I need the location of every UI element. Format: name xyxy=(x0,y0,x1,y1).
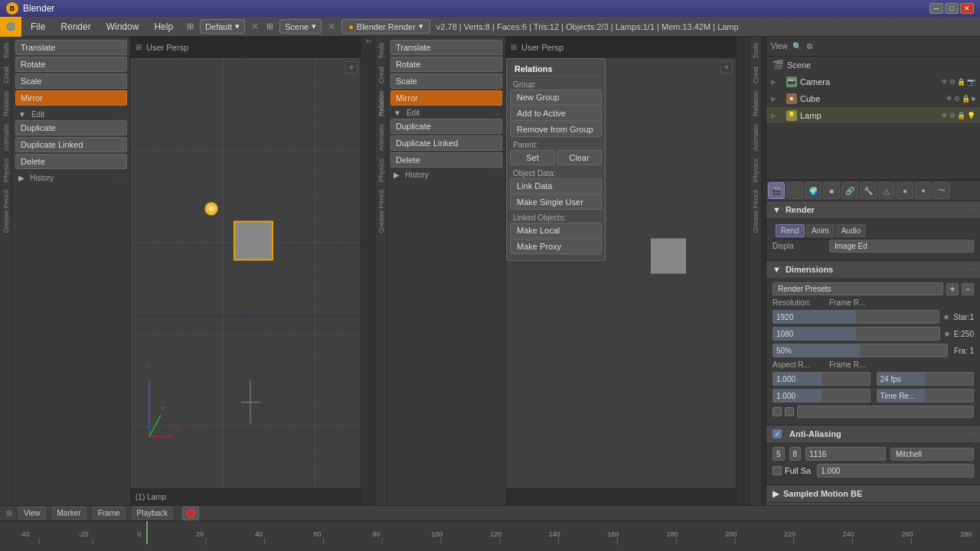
parent-clear-btn[interactable]: Clear xyxy=(557,150,602,165)
outliner-cube[interactable]: ▶ ■ Cube 👁 ⚙ 🔒 ■ xyxy=(766,90,980,107)
duplicate-linked-btn-2[interactable]: Duplicate Linked xyxy=(390,135,502,151)
make-local-btn[interactable]: Make Local xyxy=(510,223,602,238)
mirror-btn[interactable]: Mirror xyxy=(15,90,127,106)
border-field[interactable] xyxy=(797,406,974,418)
delete-btn-1[interactable]: Delete xyxy=(15,154,127,169)
vp1-expand-btn[interactable]: + xyxy=(345,61,358,73)
tl-marker-btn[interactable]: Marker xyxy=(52,507,87,520)
sampled-motion-header[interactable]: ▶ Sampled Motion BE xyxy=(766,485,980,502)
vtab-relations[interactable]: Relation xyxy=(1,88,11,119)
vtab-create[interactable]: Creat xyxy=(1,64,11,86)
parent-set-btn[interactable]: Set xyxy=(510,150,555,165)
mirror-btn-2[interactable]: Mirror xyxy=(390,90,502,106)
scale-field[interactable]: 50% xyxy=(773,344,948,357)
tab-object[interactable]: ■ xyxy=(823,182,840,199)
minimize-btn[interactable]: ─ xyxy=(929,3,943,14)
vp2-expand-left[interactable]: ⊞ xyxy=(511,43,517,51)
preset-add-btn[interactable]: + xyxy=(946,283,959,295)
scene-selector[interactable]: Scene ▾ xyxy=(279,19,322,34)
time-re-field[interactable]: Time Re... xyxy=(877,389,975,403)
vp1-expand-left[interactable]: ⊞ xyxy=(136,43,142,51)
vtab-create-3[interactable]: Creat xyxy=(750,64,761,86)
link-data-btn[interactable]: Link Data xyxy=(510,178,602,194)
aspect-y-field[interactable]: 1.000 xyxy=(773,389,871,403)
aspect-x-field[interactable]: 1.000 xyxy=(773,372,871,386)
maximize-btn[interactable]: □ xyxy=(945,3,959,14)
vtab-grease-2[interactable]: Grease Pencil xyxy=(376,187,387,236)
delete-btn-2[interactable]: Delete xyxy=(390,152,502,168)
display-value[interactable]: Image Ed xyxy=(829,240,974,253)
vtab-physics[interactable]: Physics xyxy=(1,155,11,185)
cb1[interactable] xyxy=(773,407,782,416)
full-sa-value[interactable]: 1.000 xyxy=(817,464,974,478)
make-single-user-btn[interactable]: Make Single User xyxy=(510,194,602,210)
outliner-gear-icon[interactable]: ⚙ xyxy=(806,42,813,51)
aa-checkbox[interactable]: ✓ xyxy=(773,429,782,439)
menu-window[interactable]: Window xyxy=(99,17,147,36)
aa-val2[interactable]: 8 xyxy=(789,447,802,461)
add-to-active-btn[interactable]: Add to Active xyxy=(510,106,602,121)
history-header-2[interactable]: ▶ History ··· xyxy=(390,169,502,181)
tab-render[interactable]: 🎬 xyxy=(768,182,785,199)
tl-playback-btn[interactable]: Playback xyxy=(132,507,174,520)
menu-file[interactable]: File xyxy=(23,17,53,36)
tab-data[interactable]: △ xyxy=(878,182,895,199)
tab-scene[interactable]: 🎥 xyxy=(786,182,803,199)
tab-materials[interactable]: ● xyxy=(897,182,913,199)
tab-physics-prop[interactable]: 〜 xyxy=(933,182,950,199)
make-proxy-btn[interactable]: Make Proxy xyxy=(510,239,602,254)
tl-view-btn[interactable]: View xyxy=(18,507,46,520)
aa-header[interactable]: ✓ Anti-Aliasing ··· xyxy=(766,425,980,442)
outliner-camera[interactable]: ▶ 📷 Camera 👁 ⚙ 🔒 📷 xyxy=(766,73,980,90)
fps-field[interactable]: 24 fps xyxy=(877,372,975,386)
resolution-x-field[interactable]: 1920 xyxy=(773,310,939,324)
vtab-physics-2[interactable]: Physics xyxy=(376,155,387,185)
render-tab-audio[interactable]: Audio xyxy=(836,224,867,237)
aa-val1[interactable]: 5 xyxy=(773,447,785,461)
resolution-y-field[interactable]: 1080 xyxy=(773,327,940,341)
remove-from-group-btn[interactable]: Remove from Group xyxy=(510,122,602,137)
vtab-tools[interactable]: Tools xyxy=(1,40,11,62)
vtab-create-2[interactable]: Creat xyxy=(376,64,387,86)
vtab-physics-3[interactable]: Physics xyxy=(750,155,761,185)
tab-particles[interactable]: ✦ xyxy=(915,182,932,199)
close-btn[interactable]: ✕ xyxy=(960,3,974,14)
duplicate-btn-1[interactable]: Duplicate xyxy=(15,120,127,135)
aa-filter[interactable]: Mitchell xyxy=(890,448,974,461)
vtab-relations-2[interactable]: Relation xyxy=(376,88,387,119)
translate-btn[interactable]: Translate xyxy=(15,40,127,55)
aa-val3[interactable]: 1116 xyxy=(805,447,886,461)
full-sa-cb[interactable] xyxy=(773,466,782,475)
vtab-tools-2[interactable]: Tools xyxy=(376,40,387,62)
vtab-relations-3[interactable]: Relation xyxy=(750,88,761,119)
edit-header-2[interactable]: ▼ Edit ··· xyxy=(390,107,502,119)
outliner-lamp[interactable]: ▶ 💡 Lamp 👁 ⚙ 🔒 💡 xyxy=(766,107,980,124)
tl-frame-btn[interactable]: Frame xyxy=(93,507,126,520)
render-engine-selector[interactable]: ● Blender Render ▾ xyxy=(341,19,430,34)
tab-modifiers[interactable]: 🔧 xyxy=(860,182,877,199)
duplicate-btn-2[interactable]: Duplicate xyxy=(390,119,502,134)
render-section-header[interactable]: ▼ Render ··· xyxy=(766,201,980,218)
rotate-btn[interactable]: Rotate xyxy=(15,57,127,72)
tab-world[interactable]: 🌍 xyxy=(805,182,822,199)
tab-constraints[interactable]: 🔗 xyxy=(841,182,858,199)
render-tab-rend[interactable]: Rend xyxy=(776,224,805,237)
vtab-tools-3[interactable]: Tools xyxy=(750,40,761,62)
workspace-selector[interactable]: Default ▾ xyxy=(200,19,245,34)
outliner-search-icon[interactable]: 🔍 xyxy=(792,42,802,51)
vtab-animation-2[interactable]: Animatio xyxy=(376,121,387,154)
duplicate-linked-btn-1[interactable]: Duplicate Linked xyxy=(15,137,127,152)
edit-header[interactable]: ▼ Edit ··· xyxy=(15,109,127,120)
translate-btn-2[interactable]: Translate xyxy=(390,40,502,55)
record-btn[interactable] xyxy=(186,509,195,518)
rotate-btn-2[interactable]: Rotate xyxy=(390,57,502,72)
menu-render[interactable]: Render xyxy=(53,17,98,36)
render-tab-anim[interactable]: Anim xyxy=(806,224,835,237)
preset-remove-btn[interactable]: − xyxy=(962,283,974,295)
vtab-grease-3[interactable]: Grease Pencil xyxy=(750,187,761,236)
cb2[interactable] xyxy=(785,407,794,416)
scale-btn-2[interactable]: Scale xyxy=(390,73,502,89)
menu-help[interactable]: Help xyxy=(146,17,181,36)
history-header-1[interactable]: ▶ History ··· xyxy=(15,172,127,184)
vtab-animation[interactable]: Animatio xyxy=(1,121,11,154)
